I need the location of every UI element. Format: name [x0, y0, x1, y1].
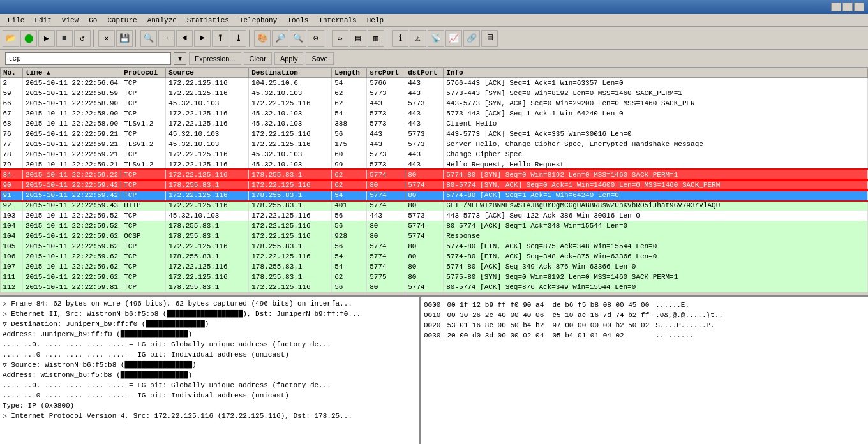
table-row[interactable]: 682015-10-11 22:22:58.90TLSv1.2172.22.12… [1, 119, 868, 129]
menu-statistics[interactable]: Statistics [182, 15, 234, 26]
toolbar-color[interactable]: 🎨 [254, 30, 271, 47]
menu-file[interactable]: File [3, 15, 29, 26]
detail-item[interactable]: .... ...0 .... .... .... .... = IG bit: … [1, 350, 418, 360]
toolbar-restart[interactable]: ↺ [74, 30, 91, 47]
col-dstport[interactable]: dstPort [405, 68, 444, 78]
table-row[interactable]: 22015-10-11 22:22:56.64TCP172.22.125.116… [1, 78, 868, 89]
detail-item[interactable]: Address: WistronN_b6:f5:b8 (████████████… [1, 370, 418, 380]
toolbar-record[interactable]: ⬤ [20, 30, 37, 47]
table-row[interactable]: 662015-10-11 22:22:58.90TCP45.32.10.1031… [1, 98, 868, 108]
table-row[interactable]: 1072015-10-11 22:22:59.62TCP172.22.125.1… [1, 262, 868, 272]
toolbar-goto[interactable]: → [158, 30, 175, 47]
detail-item[interactable]: ▷ Ethernet II, Src: WistronN_b6:f5:b8 (█… [1, 309, 418, 319]
col-source[interactable]: Source [166, 68, 249, 78]
table-row[interactable]: 592015-10-11 22:22:58.59TCP172.22.125.11… [1, 88, 868, 98]
toolbar-start[interactable]: ▶ [38, 30, 55, 47]
toolbar-zoom-in[interactable]: 🔎 [272, 30, 288, 47]
menu-capture[interactable]: Capture [102, 15, 142, 26]
table-row[interactable]: 762015-10-11 22:22:59.21TCP45.32.10.1031… [1, 129, 868, 139]
packet-list: No. time ▲ Protocol Source Destination L… [0, 68, 868, 297]
bottom-panels: ▷ Frame 84: 62 bytes on wire (496 bits),… [0, 297, 868, 444]
toolbar-info[interactable]: ℹ [392, 30, 408, 47]
detail-item[interactable]: Type: IP (0x0800) [1, 401, 418, 411]
menu-go[interactable]: Go [84, 15, 102, 26]
col-destination[interactable]: Destination [249, 68, 332, 78]
col-length[interactable]: Length [332, 68, 367, 78]
toolbar-zoom-out[interactable]: 🔍 [290, 30, 306, 47]
filter-dropdown[interactable]: ▼ [174, 52, 186, 65]
menu-analyze[interactable]: Analyze [142, 15, 182, 26]
titlebar-controls [831, 3, 864, 11]
menu-help[interactable]: Help [362, 15, 389, 26]
minimize-button[interactable] [831, 3, 841, 11]
table-row[interactable]: 1052015-10-11 22:22:59.62TCP172.22.125.1… [1, 241, 868, 251]
table-row[interactable]: 672015-10-11 22:22:58.90TCP172.22.125.11… [1, 108, 868, 119]
toolbar-first[interactable]: ⤒ [212, 30, 228, 47]
col-info[interactable]: Info [444, 68, 868, 78]
toolbar-open[interactable]: 📂 [3, 30, 19, 47]
toolbar-save[interactable]: 💾 [116, 30, 133, 47]
detail-panel[interactable]: ▷ Frame 84: 62 bytes on wire (496 bits),… [0, 297, 421, 444]
hex-values: 00 1f 12 b9 ff f0 90 a4 de b6 f5 b8 08 0… [447, 300, 649, 441]
menu-internals[interactable]: Internals [313, 15, 361, 26]
toolbar-close[interactable]: ✕ [98, 30, 115, 47]
toolbar-find[interactable]: 🔍 [140, 30, 157, 47]
col-time[interactable]: time ▲ [23, 68, 121, 78]
table-row[interactable]: 1062015-10-11 22:22:59.62TCP178.255.83.1… [1, 251, 868, 262]
table-row[interactable]: 902015-10-11 22:22:59.42TCP178.255.83.11… [1, 180, 868, 190]
table-row[interactable]: 1042015-10-11 22:22:59.62OCSP178.255.83.… [1, 231, 868, 241]
table-row[interactable]: 1122015-10-11 22:22:59.81TCP178.255.83.1… [1, 282, 868, 292]
detail-item[interactable]: .... ...0 .... .... .... .... = IG bit: … [1, 390, 418, 401]
expression-button[interactable]: Expression... [189, 52, 241, 65]
detail-item[interactable]: ▽ Source: WistronN_b6:f5:b8 (███████████… [1, 360, 418, 370]
table-row[interactable]: 912015-10-11 22:22:59.42TCP172.22.125.11… [1, 190, 868, 200]
hex-panel[interactable]: 0000 0010 0020 0030 00 1f 12 b9 ff f0 90… [421, 297, 868, 444]
table-row[interactable]: 792015-10-11 22:22:59.21TLSv1.2172.22.12… [1, 159, 868, 170]
clear-button[interactable]: Clear [244, 52, 272, 65]
save-button[interactable]: Save [306, 52, 333, 65]
maximize-button[interactable] [842, 3, 853, 11]
close-button[interactable] [854, 3, 864, 11]
menu-edit[interactable]: Edit [29, 15, 56, 26]
titlebar [0, 0, 868, 14]
toolbar-expert[interactable]: ⚠ [410, 30, 426, 47]
table-row[interactable]: 1112015-10-11 22:22:59.62TCP172.22.125.1… [1, 272, 868, 282]
menu-view[interactable]: View [57, 15, 84, 26]
toolbar-conv[interactable]: 🔗 [463, 30, 480, 47]
toolbar-layout2[interactable]: ▥ [368, 30, 384, 47]
menu-tools[interactable]: Tools [282, 15, 313, 26]
table-row[interactable]: 922015-10-11 22:22:59.43HTTP172.22.125.1… [1, 200, 868, 211]
toolbar-zoom-normal[interactable]: ⊙ [308, 30, 324, 47]
toolbar-endpoint[interactable]: 🖥 [481, 30, 498, 47]
col-no[interactable]: No. [1, 68, 23, 78]
hex-offsets: 0000 0010 0020 0030 [424, 300, 440, 441]
col-srcport[interactable]: srcPort [367, 68, 405, 78]
toolbar-stop[interactable]: ■ [56, 30, 73, 47]
table-row[interactable]: 772015-10-11 22:22:59.21TLSv1.245.32.10.… [1, 139, 868, 149]
detail-item[interactable]: ▽ Destination: JuniperN_b9:ff:f0 (██████… [1, 319, 418, 329]
toolbar-wireless[interactable]: 📡 [428, 30, 444, 47]
packet-scroll[interactable]: No. time ▲ Protocol Source Destination L… [0, 68, 868, 295]
apply-button[interactable]: Apply [274, 52, 304, 65]
toolbar-layout[interactable]: ▤ [350, 30, 366, 47]
filter-input[interactable] [5, 52, 171, 65]
detail-item[interactable]: ▷ Internet Protocol Version 4, Src: 172.… [1, 411, 418, 421]
detail-item[interactable]: .... ..0. .... .... .... .... = LG bit: … [1, 380, 418, 390]
table-row[interactable]: 1032015-10-11 22:22:59.52TCP45.32.10.103… [1, 211, 868, 221]
detail-item[interactable]: Address: JuniperN_b9:ff:f0 (████████████… [1, 329, 418, 339]
table-row[interactable]: 1042015-10-11 22:22:59.52TCP178.255.83.1… [1, 221, 868, 231]
menu-telephony[interactable]: Telephony [234, 15, 282, 26]
col-protocol[interactable]: Protocol [121, 68, 166, 78]
toolbar-next[interactable]: ► [194, 30, 211, 47]
detail-item[interactable]: ▷ Frame 84: 62 bytes on wire (496 bits),… [1, 299, 418, 309]
detail-item[interactable]: .... ..0. .... .... .... .... = LG bit: … [1, 339, 418, 350]
table-row[interactable]: 842015-10-11 22:22:59.22TCP172.22.125.11… [1, 170, 868, 180]
sep2 [135, 30, 138, 47]
toolbar-resize[interactable]: ⇔ [332, 30, 348, 47]
toolbar-last[interactable]: ⤓ [230, 30, 246, 47]
sep1 [93, 30, 96, 47]
table-row[interactable]: 782015-10-11 22:22:59.21TCP172.22.125.11… [1, 149, 868, 159]
toolbar-graph[interactable]: 📈 [445, 30, 462, 47]
toolbar-prev[interactable]: ◄ [176, 30, 193, 47]
main-content: No. time ▲ Protocol Source Destination L… [0, 68, 868, 444]
